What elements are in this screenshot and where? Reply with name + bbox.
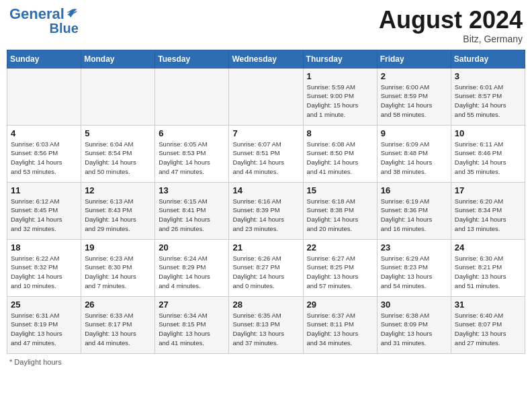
day-info: Sunrise: 6:18 AM Sunset: 8:38 PM Dayligh… xyxy=(307,197,373,234)
day-info: Sunrise: 6:05 AM Sunset: 8:53 PM Dayligh… xyxy=(159,140,225,177)
calendar-cell xyxy=(229,68,303,125)
col-header-sunday: Sunday xyxy=(7,50,81,68)
calendar-cell: 12Sunrise: 6:13 AM Sunset: 8:43 PM Dayli… xyxy=(81,182,155,239)
calendar-cell: 28Sunrise: 6:35 AM Sunset: 8:13 PM Dayli… xyxy=(229,296,303,353)
calendar-cell: 20Sunrise: 6:24 AM Sunset: 8:29 PM Dayli… xyxy=(155,239,229,296)
logo-text: General xyxy=(9,7,64,21)
day-number: 9 xyxy=(381,128,447,138)
day-info: Sunrise: 6:34 AM Sunset: 8:15 PM Dayligh… xyxy=(159,311,225,348)
calendar-cell: 21Sunrise: 6:26 AM Sunset: 8:27 PM Dayli… xyxy=(229,239,303,296)
day-number: 28 xyxy=(232,300,299,310)
calendar-cell: 4Sunrise: 6:03 AM Sunset: 8:56 PM Daylig… xyxy=(7,125,81,182)
day-info: Sunrise: 5:59 AM Sunset: 9:00 PM Dayligh… xyxy=(307,83,373,120)
day-info: Sunrise: 6:11 AM Sunset: 8:46 PM Dayligh… xyxy=(455,140,521,177)
day-number: 26 xyxy=(85,300,151,310)
calendar-cell: 24Sunrise: 6:30 AM Sunset: 8:21 PM Dayli… xyxy=(451,239,525,296)
day-info: Sunrise: 6:00 AM Sunset: 8:59 PM Dayligh… xyxy=(381,83,447,120)
calendar-cell: 30Sunrise: 6:38 AM Sunset: 8:09 PM Dayli… xyxy=(377,296,451,353)
day-info: Sunrise: 6:23 AM Sunset: 8:30 PM Dayligh… xyxy=(85,254,151,291)
calendar-cell: 11Sunrise: 6:12 AM Sunset: 8:45 PM Dayli… xyxy=(7,182,81,239)
calendar-cell: 19Sunrise: 6:23 AM Sunset: 8:30 PM Dayli… xyxy=(81,239,155,296)
calendar-cell: 7Sunrise: 6:07 AM Sunset: 8:51 PM Daylig… xyxy=(229,125,303,182)
day-number: 25 xyxy=(11,300,77,310)
col-header-friday: Friday xyxy=(377,50,451,68)
day-info: Sunrise: 6:15 AM Sunset: 8:41 PM Dayligh… xyxy=(159,197,225,234)
day-info: Sunrise: 6:09 AM Sunset: 8:48 PM Dayligh… xyxy=(381,140,447,177)
col-header-monday: Monday xyxy=(81,50,155,68)
day-info: Sunrise: 6:04 AM Sunset: 8:54 PM Dayligh… xyxy=(85,140,151,177)
day-info: Sunrise: 6:20 AM Sunset: 8:34 PM Dayligh… xyxy=(455,197,521,234)
calendar-week-0: 1Sunrise: 5:59 AM Sunset: 9:00 PM Daylig… xyxy=(7,68,525,125)
day-number: 24 xyxy=(455,242,521,253)
page-header: General Blue August 2024 Bitz, Germany xyxy=(7,7,525,44)
calendar-cell: 10Sunrise: 6:11 AM Sunset: 8:46 PM Dayli… xyxy=(451,125,525,182)
calendar-cell: 26Sunrise: 6:33 AM Sunset: 8:17 PM Dayli… xyxy=(81,296,155,353)
calendar-cell: 5Sunrise: 6:04 AM Sunset: 8:54 PM Daylig… xyxy=(81,125,155,182)
day-number: 11 xyxy=(11,185,77,195)
col-header-wednesday: Wednesday xyxy=(229,50,303,68)
day-info: Sunrise: 6:31 AM Sunset: 8:19 PM Dayligh… xyxy=(11,311,77,348)
calendar-cell xyxy=(7,68,81,125)
day-number: 16 xyxy=(381,185,447,195)
month-year: August 2024 xyxy=(379,7,523,34)
day-number: 17 xyxy=(455,185,521,195)
calendar-cell: 16Sunrise: 6:19 AM Sunset: 8:36 PM Dayli… xyxy=(377,182,451,239)
day-number: 8 xyxy=(307,128,373,138)
day-number: 20 xyxy=(159,242,225,253)
day-number: 21 xyxy=(232,242,299,253)
day-number: 22 xyxy=(307,242,373,253)
day-number: 1 xyxy=(307,71,373,81)
day-number: 27 xyxy=(159,300,225,310)
day-info: Sunrise: 6:37 AM Sunset: 8:11 PM Dayligh… xyxy=(307,311,373,348)
day-info: Sunrise: 6:24 AM Sunset: 8:29 PM Dayligh… xyxy=(159,254,225,291)
day-info: Sunrise: 6:07 AM Sunset: 8:51 PM Dayligh… xyxy=(232,140,299,177)
logo: General Blue xyxy=(9,7,79,35)
day-number: 23 xyxy=(381,242,447,253)
day-number: 7 xyxy=(232,128,299,138)
calendar-cell: 13Sunrise: 6:15 AM Sunset: 8:41 PM Dayli… xyxy=(155,182,229,239)
day-info: Sunrise: 6:40 AM Sunset: 8:07 PM Dayligh… xyxy=(455,311,521,348)
day-number: 10 xyxy=(455,128,521,138)
day-info: Sunrise: 6:38 AM Sunset: 8:09 PM Dayligh… xyxy=(381,311,447,348)
calendar-cell: 3Sunrise: 6:01 AM Sunset: 8:57 PM Daylig… xyxy=(451,68,525,125)
day-number: 5 xyxy=(85,128,151,138)
day-number: 31 xyxy=(455,300,521,310)
day-number: 2 xyxy=(381,71,447,81)
col-header-thursday: Thursday xyxy=(303,50,377,68)
day-info: Sunrise: 6:30 AM Sunset: 8:21 PM Dayligh… xyxy=(455,254,521,291)
day-number: 15 xyxy=(307,185,373,195)
col-header-tuesday: Tuesday xyxy=(155,50,229,68)
calendar-cell: 9Sunrise: 6:09 AM Sunset: 8:48 PM Daylig… xyxy=(377,125,451,182)
day-info: Sunrise: 6:29 AM Sunset: 8:23 PM Dayligh… xyxy=(381,254,447,291)
day-number: 12 xyxy=(85,185,151,195)
calendar-cell: 25Sunrise: 6:31 AM Sunset: 8:19 PM Dayli… xyxy=(7,296,81,353)
day-info: Sunrise: 6:35 AM Sunset: 8:13 PM Dayligh… xyxy=(232,311,299,348)
day-info: Sunrise: 6:26 AM Sunset: 8:27 PM Dayligh… xyxy=(232,254,299,291)
location: Bitz, Germany xyxy=(379,34,523,44)
calendar-cell: 8Sunrise: 6:08 AM Sunset: 8:50 PM Daylig… xyxy=(303,125,377,182)
day-number: 19 xyxy=(85,242,151,253)
calendar-week-1: 4Sunrise: 6:03 AM Sunset: 8:56 PM Daylig… xyxy=(7,125,525,182)
day-info: Sunrise: 6:12 AM Sunset: 8:45 PM Dayligh… xyxy=(11,197,77,234)
calendar-cell: 15Sunrise: 6:18 AM Sunset: 8:38 PM Dayli… xyxy=(303,182,377,239)
calendar-cell xyxy=(81,68,155,125)
calendar-header-row: SundayMondayTuesdayWednesdayThursdayFrid… xyxy=(7,50,525,68)
day-info: Sunrise: 6:03 AM Sunset: 8:56 PM Dayligh… xyxy=(11,140,77,177)
calendar-cell: 22Sunrise: 6:27 AM Sunset: 8:25 PM Dayli… xyxy=(303,239,377,296)
day-info: Sunrise: 6:33 AM Sunset: 8:17 PM Dayligh… xyxy=(85,311,151,348)
day-number: 18 xyxy=(11,242,77,253)
calendar-cell: 18Sunrise: 6:22 AM Sunset: 8:32 PM Dayli… xyxy=(7,239,81,296)
calendar-cell: 29Sunrise: 6:37 AM Sunset: 8:11 PM Dayli… xyxy=(303,296,377,353)
calendar-cell: 14Sunrise: 6:16 AM Sunset: 8:39 PM Dayli… xyxy=(229,182,303,239)
calendar-table: SundayMondayTuesdayWednesdayThursdayFrid… xyxy=(7,50,525,354)
day-info: Sunrise: 6:16 AM Sunset: 8:39 PM Dayligh… xyxy=(232,197,299,234)
calendar-cell: 17Sunrise: 6:20 AM Sunset: 8:34 PM Dayli… xyxy=(451,182,525,239)
day-number: 29 xyxy=(307,300,373,310)
logo-bird-icon xyxy=(65,7,79,21)
day-number: 6 xyxy=(159,128,225,138)
footer-text: Daylight hours xyxy=(14,358,61,366)
calendar-cell: 2Sunrise: 6:00 AM Sunset: 8:59 PM Daylig… xyxy=(377,68,451,125)
calendar-cell xyxy=(155,68,229,125)
day-info: Sunrise: 6:13 AM Sunset: 8:43 PM Dayligh… xyxy=(85,197,151,234)
calendar-week-2: 11Sunrise: 6:12 AM Sunset: 8:45 PM Dayli… xyxy=(7,182,525,239)
